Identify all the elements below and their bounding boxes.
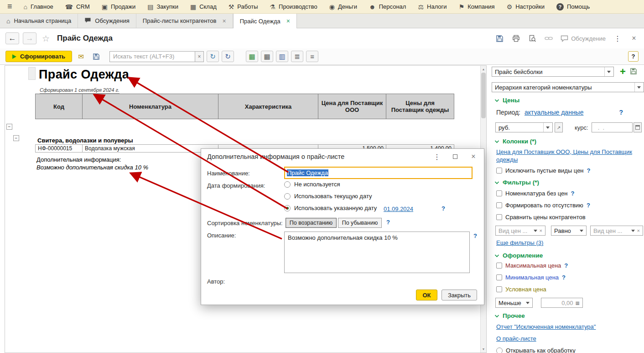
compare-prices-checkbox[interactable] (496, 214, 502, 220)
tab-discussions[interactable]: Обсуждения (78, 14, 136, 28)
period-link[interactable]: актуальные данные (525, 109, 583, 116)
print-button[interactable] (511, 33, 520, 43)
section-columns-header[interactable]: Колонки (*) (494, 138, 536, 145)
min-price-help-icon[interactable]: ? (562, 274, 566, 281)
max-price-help-icon[interactable]: ? (564, 262, 568, 269)
no-prices-help-icon[interactable]: ? (571, 190, 574, 197)
link-button[interactable] (544, 33, 553, 43)
exclude-empty-help-icon[interactable]: ? (587, 167, 591, 174)
price-kind-select[interactable]: Вид цен ...× (495, 226, 545, 236)
menu-item-taxes[interactable]: ⚖Налоги (412, 0, 452, 14)
date-link[interactable]: 01.09.2024 (384, 205, 413, 212)
no-prices-checkbox[interactable] (496, 190, 502, 196)
amount-input[interactable]: 0,00▦ (541, 298, 583, 308)
menu-item-purchases[interactable]: ▤Закупки (141, 0, 184, 14)
add-pricelist-button[interactable]: + (620, 67, 626, 77)
column-header-code[interactable]: Код (36, 94, 83, 119)
menu-item-personnel[interactable]: ☻Персонал (363, 0, 412, 14)
menu-item-money[interactable]: ◉Деньги (323, 0, 363, 14)
column-header-characteristic[interactable]: Характеристика (218, 94, 318, 119)
menu-item-warehouse[interactable]: ▦Склад (184, 0, 223, 14)
close-icon[interactable]: × (222, 17, 226, 25)
max-price-checkbox[interactable] (496, 263, 502, 269)
report-variants-button[interactable]: ▦ (246, 51, 258, 62)
back-button[interactable]: ← (5, 32, 19, 44)
section-prices-header[interactable]: Цены (494, 97, 519, 104)
refresh-button[interactable]: ↻ (207, 51, 219, 62)
period-help-icon[interactable]: ? (619, 109, 623, 116)
section-appearance-header[interactable]: Оформление (494, 252, 543, 259)
pricelist-select[interactable]: Прайс бейсболки (492, 67, 614, 77)
menu-toggle-button[interactable]: ≡ (2, 2, 18, 11)
rate-input[interactable]: . . (592, 122, 633, 132)
dialog-maximize-button[interactable] (451, 152, 460, 162)
table-columns-button[interactable]: ▥ (276, 51, 288, 62)
conditional-price-checkbox[interactable] (496, 286, 502, 292)
close-dialog-button[interactable]: Закрыть (441, 290, 477, 300)
collapse-group-button-2[interactable]: − (13, 135, 19, 141)
auto-refresh-button[interactable]: ↻ (222, 51, 234, 62)
menu-item-company[interactable]: ⚑Компания (453, 0, 501, 14)
close-form-button[interactable]: × (629, 33, 639, 43)
help-button[interactable]: ? (628, 51, 639, 62)
excluded-report-link[interactable]: Отчет "Исключенная номенклатура" (496, 323, 596, 330)
cell-item[interactable]: Водолазка мужская (83, 145, 218, 153)
more-button[interactable]: ⋮ (613, 33, 622, 43)
column-header-item[interactable]: Номенклатура (83, 94, 218, 119)
column-header-price2[interactable]: Цены для Поставщик одежды (386, 94, 454, 119)
tab-price-clothes[interactable]: Прайс Одежда× (233, 14, 297, 28)
hierarchy-select[interactable]: Иерархия категорий номенклатуры (492, 82, 644, 92)
name-input[interactable]: Прайс Одежда (284, 167, 473, 179)
tab-pricelists[interactable]: Прайс-листы контрагентов× (136, 14, 233, 28)
more-filters-link[interactable]: Еще фильтры (3) (496, 239, 543, 246)
clear-search-button[interactable]: × (195, 51, 204, 62)
scroll-down-icon[interactable]: ▼ (481, 346, 486, 352)
send-mail-button[interactable]: ✉ (75, 51, 87, 62)
menu-item-production[interactable]: ⚗Производство (264, 0, 323, 14)
menu-item-crm[interactable]: ☎CRM (59, 0, 96, 14)
section-other-header[interactable]: Прочее (494, 312, 525, 319)
min-price-checkbox[interactable] (496, 274, 502, 280)
column-header-price1[interactable]: Цена для Поставщик ООО (318, 94, 386, 119)
description-help-icon[interactable]: ? (473, 232, 477, 239)
open-as-processing-radio[interactable] (496, 348, 503, 353)
sort-help-icon[interactable]: ? (386, 219, 390, 226)
open-currency-button[interactable]: ↗ (555, 122, 563, 132)
condition-select[interactable]: Равно (551, 226, 587, 236)
currency-select[interactable]: руб. (495, 122, 553, 132)
table-view-button[interactable]: ▦ (261, 51, 273, 62)
radio-not-used[interactable]: Не используется (284, 181, 340, 188)
radio-specified-date[interactable]: Использовать указанную дату (284, 205, 377, 211)
menu-item-sales[interactable]: ▣Продажи (96, 0, 142, 14)
search-input[interactable] (109, 51, 195, 62)
menu-item-settings[interactable]: ⚙Настройки (501, 0, 551, 14)
by-absence-checkbox[interactable] (496, 202, 502, 208)
favorite-star-icon[interactable]: ☆ (42, 33, 50, 44)
scrollbar-thumb[interactable] (481, 73, 486, 118)
columns-link[interactable]: Цена для Поставщик ООО, Цены для Поставщ… (496, 148, 640, 163)
save-report-button[interactable] (90, 51, 102, 62)
radio-current-date[interactable]: Использовать текущую дату (284, 193, 372, 200)
copy-pricelist-button[interactable] (630, 68, 637, 76)
group-row-label[interactable]: Свитера, водолазки и полуверы (37, 137, 133, 144)
ok-button[interactable]: ОК (416, 290, 437, 300)
date-help-icon[interactable]: ? (441, 205, 445, 212)
menu-item-works[interactable]: ⚒Работы (223, 0, 264, 14)
numbered-list-button[interactable]: ≣ (291, 51, 303, 62)
generate-button[interactable]: Сформировать (5, 51, 72, 62)
dialog-close-button[interactable]: × (469, 152, 478, 162)
save-button[interactable] (495, 33, 504, 43)
tab-home[interactable]: ⌂Начальная страница (0, 14, 78, 28)
scroll-up-icon[interactable]: ▲ (481, 66, 486, 72)
price-kind-select-2[interactable]: Вид цен ...× (590, 226, 643, 236)
cell-code[interactable]: НФ-00000015 (36, 145, 83, 153)
exclude-empty-checkbox[interactable] (496, 168, 502, 174)
menu-item-help[interactable]: ?Помощь (551, 0, 596, 14)
clear-icon[interactable]: × (637, 228, 640, 233)
close-icon[interactable]: × (286, 17, 290, 25)
sort-asc-button[interactable]: По возрастанию (286, 218, 337, 228)
by-absence-help-icon[interactable]: ? (587, 202, 590, 209)
section-filters-header[interactable]: Фильтры (*) (494, 179, 539, 186)
calendar-button[interactable] (634, 122, 642, 132)
sort-desc-button[interactable]: По убыванию (338, 218, 382, 228)
